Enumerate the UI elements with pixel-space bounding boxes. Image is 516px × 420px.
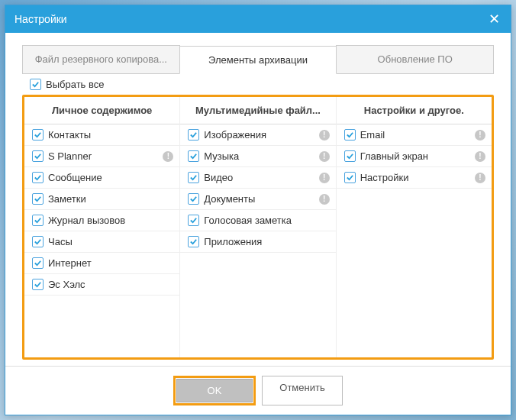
settings-dialog: Настройки ✕ Файл резервного копирова... …	[5, 5, 511, 415]
label-images: Изображения	[204, 129, 314, 141]
checkbox-settings[interactable]	[344, 172, 356, 183]
info-icon[interactable]: !	[319, 130, 330, 141]
item-settings: Настройки !	[337, 167, 492, 189]
item-voice-memo: Голосовая заметка	[180, 210, 335, 231]
item-documents: Документы !	[180, 189, 335, 210]
item-apps: Приложения	[180, 231, 335, 253]
column-personal: Личное содержимое Контакты S Planner ! С…	[24, 97, 180, 357]
close-icon[interactable]: ✕	[486, 11, 501, 27]
item-video: Видео !	[180, 167, 335, 189]
items-grid: Личное содержимое Контакты S Planner ! С…	[24, 97, 492, 357]
checkbox-images[interactable]	[188, 129, 199, 141]
checkbox-voice-memo[interactable]	[188, 215, 199, 226]
checkbox-home-screen[interactable]	[344, 150, 356, 162]
checkbox-shealth[interactable]	[32, 279, 44, 290]
label-contacts: Контакты	[48, 129, 173, 141]
select-all-label: Выбрать все	[46, 79, 488, 90]
checkbox-email[interactable]	[344, 129, 356, 141]
tab-software-update[interactable]: Обновление ПО	[336, 45, 494, 73]
items-grid-highlighted: Личное содержимое Контакты S Planner ! С…	[22, 95, 494, 360]
item-messages: Сообщение	[24, 167, 179, 189]
checkbox-contacts[interactable]	[32, 129, 44, 141]
select-all-checkbox[interactable]	[30, 79, 41, 90]
label-video: Видео	[204, 172, 314, 183]
window-title: Настройки	[15, 13, 67, 25]
checkbox-apps[interactable]	[188, 236, 199, 247]
label-shealth: Эс Хэлс	[48, 279, 173, 290]
footer: OK Отменить	[5, 366, 511, 415]
ok-button[interactable]: OK	[176, 379, 253, 402]
item-internet: Интернет	[24, 253, 179, 274]
select-all-row: Выбрать все	[22, 74, 494, 95]
label-music: Музыка	[204, 150, 314, 162]
label-splanner: S Planner	[48, 150, 158, 162]
item-email: Email !	[337, 124, 492, 146]
label-internet: Интернет	[48, 257, 173, 269]
column-multimedia: Мультимедийные файл... Изображения ! Муз…	[180, 97, 336, 357]
column-header-multimedia: Мультимедийные файл...	[180, 97, 335, 124]
checkbox-call-log[interactable]	[32, 215, 44, 226]
cancel-button[interactable]: Отменить	[262, 376, 343, 405]
ok-button-highlight: OK	[173, 376, 256, 405]
tabs: Файл резервного копирова... Элементы арх…	[22, 45, 494, 74]
column-settings: Настройки и другое. Email ! Главный экра…	[337, 97, 492, 357]
checkbox-internet[interactable]	[32, 257, 44, 269]
info-icon[interactable]: !	[475, 130, 485, 141]
item-contacts: Контакты	[24, 124, 179, 146]
content-area: Файл резервного копирова... Элементы арх…	[5, 33, 511, 366]
checkbox-messages[interactable]	[32, 172, 44, 183]
tab-backup-file[interactable]: Файл резервного копирова...	[22, 45, 180, 73]
label-call-log: Журнал вызовов	[48, 215, 173, 226]
label-settings: Настройки	[360, 172, 470, 183]
info-icon[interactable]: !	[319, 151, 330, 162]
item-images: Изображения !	[180, 124, 335, 146]
checkbox-splanner[interactable]	[32, 150, 44, 162]
info-icon[interactable]: !	[163, 151, 173, 162]
column-header-settings: Настройки и другое.	[337, 97, 492, 124]
info-icon[interactable]: !	[319, 194, 330, 205]
label-documents: Документы	[204, 193, 314, 205]
checkbox-notes[interactable]	[32, 193, 44, 205]
label-messages: Сообщение	[48, 172, 173, 183]
info-icon[interactable]: !	[475, 173, 485, 183]
item-music: Музыка !	[180, 146, 335, 167]
item-home-screen: Главный экран !	[337, 146, 492, 167]
info-icon[interactable]: !	[475, 151, 485, 162]
column-header-personal: Личное содержимое	[24, 97, 179, 124]
label-home-screen: Главный экран	[360, 150, 470, 162]
label-apps: Приложения	[204, 236, 329, 247]
checkbox-clock[interactable]	[32, 236, 44, 247]
checkbox-music[interactable]	[188, 150, 199, 162]
tab-archive-items[interactable]: Элементы архивации	[179, 46, 337, 74]
item-notes: Заметки	[24, 189, 179, 210]
item-call-log: Журнал вызовов	[24, 210, 179, 231]
info-icon[interactable]: !	[319, 173, 330, 183]
checkbox-documents[interactable]	[188, 193, 199, 205]
item-splanner: S Planner !	[24, 146, 179, 167]
item-shealth: Эс Хэлс	[24, 274, 179, 296]
label-voice-memo: Голосовая заметка	[204, 215, 329, 226]
item-clock: Часы	[24, 231, 179, 253]
titlebar: Настройки ✕	[5, 5, 511, 33]
checkbox-video[interactable]	[188, 172, 199, 183]
label-notes: Заметки	[48, 193, 173, 205]
label-clock: Часы	[48, 236, 173, 247]
label-email: Email	[360, 129, 470, 141]
